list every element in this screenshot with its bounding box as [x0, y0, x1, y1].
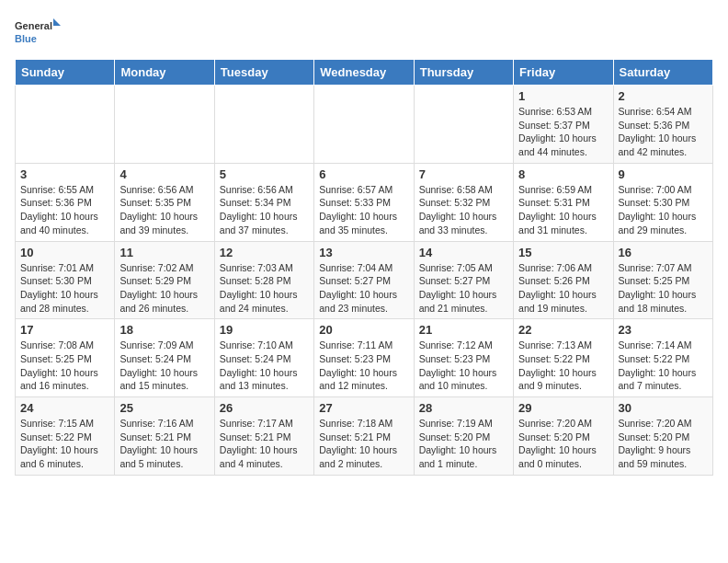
- sunrise-text: Sunrise: 6:57 AM: [319, 183, 408, 197]
- daylight-hours: Daylight: 10 hours and 23 minutes.: [319, 288, 408, 315]
- calendar-cell: 28Sunrise: 7:19 AMSunset: 5:20 PMDayligh…: [414, 397, 513, 476]
- column-header-tuesday: Tuesday: [214, 60, 313, 86]
- sunset-text: Sunset: 5:34 PM: [220, 196, 309, 210]
- day-number: 13: [319, 246, 408, 259]
- sunrise-text: Sunrise: 6:56 AM: [119, 183, 209, 197]
- svg-text:Blue: Blue: [15, 33, 37, 44]
- sunset-text: Sunset: 5:35 PM: [119, 196, 209, 210]
- day-number: 18: [119, 323, 209, 337]
- calendar-cell: 5Sunrise: 6:56 AMSunset: 5:34 PMDaylight…: [214, 163, 313, 241]
- calendar-row-4: 24Sunrise: 7:15 AMSunset: 5:22 PMDayligh…: [16, 397, 713, 476]
- sunset-text: Sunset: 5:33 PM: [319, 196, 408, 210]
- calendar-cell: 11Sunrise: 7:02 AMSunset: 5:29 PMDayligh…: [115, 241, 214, 319]
- calendar-row-1: 3Sunrise: 6:55 AMSunset: 5:36 PMDaylight…: [16, 163, 713, 241]
- calendar-cell: 15Sunrise: 7:06 AMSunset: 5:26 PMDayligh…: [514, 241, 613, 319]
- daylight-hours: Daylight: 9 hours and 59 minutes.: [619, 443, 708, 470]
- sunset-text: Sunset: 5:36 PM: [20, 196, 109, 210]
- day-number: 19: [220, 323, 309, 337]
- logo: General Blue: [15, 15, 61, 52]
- sunrise-text: Sunrise: 7:13 AM: [518, 339, 608, 352]
- day-number: 8: [518, 167, 608, 181]
- sunrise-text: Sunrise: 7:12 AM: [419, 339, 508, 352]
- calendar-cell: 6Sunrise: 6:57 AMSunset: 5:33 PMDaylight…: [314, 163, 414, 241]
- sunrise-text: Sunrise: 7:15 AM: [20, 417, 109, 431]
- calendar-cell: 14Sunrise: 7:05 AMSunset: 5:27 PMDayligh…: [414, 241, 513, 319]
- sunset-text: Sunset: 5:21 PM: [319, 431, 408, 444]
- daylight-hours: Daylight: 10 hours and 5 minutes.: [119, 443, 209, 470]
- sunset-text: Sunset: 5:37 PM: [518, 119, 608, 132]
- sunset-text: Sunset: 5:27 PM: [319, 274, 408, 288]
- sunset-text: Sunset: 5:22 PM: [518, 352, 608, 366]
- calendar-cell: 9Sunrise: 7:00 AMSunset: 5:30 PMDaylight…: [613, 163, 712, 241]
- sunrise-text: Sunrise: 7:10 AM: [220, 339, 309, 352]
- daylight-hours: Daylight: 10 hours and 16 minutes.: [20, 366, 109, 393]
- day-number: 27: [319, 401, 408, 415]
- logo-svg: General Blue: [15, 15, 61, 52]
- sunrise-text: Sunrise: 7:19 AM: [419, 417, 508, 431]
- calendar-cell: 7Sunrise: 6:58 AMSunset: 5:32 PMDaylight…: [414, 163, 513, 241]
- daylight-hours: Daylight: 10 hours and 26 minutes.: [119, 288, 209, 315]
- sunset-text: Sunset: 5:25 PM: [619, 274, 708, 288]
- day-number: 17: [20, 323, 109, 337]
- sunrise-text: Sunrise: 7:00 AM: [619, 183, 708, 197]
- sunset-text: Sunset: 5:29 PM: [119, 274, 209, 288]
- daylight-hours: Daylight: 10 hours and 6 minutes.: [20, 443, 109, 470]
- daylight-hours: Daylight: 10 hours and 31 minutes.: [518, 210, 608, 236]
- sunrise-text: Sunrise: 7:03 AM: [220, 261, 309, 275]
- sunrise-text: Sunrise: 7:09 AM: [119, 339, 209, 352]
- sunset-text: Sunset: 5:28 PM: [220, 274, 309, 288]
- day-number: 11: [119, 246, 209, 259]
- day-number: 25: [119, 401, 209, 415]
- sunset-text: Sunset: 5:30 PM: [20, 274, 109, 288]
- day-number: 4: [119, 167, 209, 181]
- sunset-text: Sunset: 5:22 PM: [619, 352, 708, 366]
- calendar-table: SundayMondayTuesdayWednesdayThursdayFrid…: [15, 59, 713, 476]
- calendar-cell: 2Sunrise: 6:54 AMSunset: 5:36 PMDaylight…: [613, 86, 712, 164]
- sunset-text: Sunset: 5:20 PM: [518, 431, 608, 444]
- calendar-cell: 12Sunrise: 7:03 AMSunset: 5:28 PMDayligh…: [214, 241, 313, 319]
- sunrise-text: Sunrise: 7:16 AM: [119, 417, 209, 431]
- calendar-row-2: 10Sunrise: 7:01 AMSunset: 5:30 PMDayligh…: [16, 241, 713, 319]
- day-number: 21: [419, 323, 508, 337]
- sunrise-text: Sunrise: 7:02 AM: [119, 261, 209, 275]
- calendar-cell: [115, 86, 214, 164]
- calendar-cell: 19Sunrise: 7:10 AMSunset: 5:24 PMDayligh…: [214, 319, 313, 397]
- sunset-text: Sunset: 5:24 PM: [119, 352, 209, 366]
- daylight-hours: Daylight: 10 hours and 10 minutes.: [419, 366, 508, 393]
- daylight-hours: Daylight: 10 hours and 24 minutes.: [220, 288, 309, 315]
- day-number: 15: [518, 246, 608, 259]
- calendar-cell: 16Sunrise: 7:07 AMSunset: 5:25 PMDayligh…: [613, 241, 712, 319]
- calendar-cell: 20Sunrise: 7:11 AMSunset: 5:23 PMDayligh…: [314, 319, 414, 397]
- daylight-hours: Daylight: 10 hours and 0 minutes.: [518, 443, 608, 470]
- calendar-cell: 25Sunrise: 7:16 AMSunset: 5:21 PMDayligh…: [115, 397, 214, 476]
- sunrise-text: Sunrise: 7:04 AM: [319, 261, 408, 275]
- calendar-cell: [214, 86, 313, 164]
- daylight-hours: Daylight: 10 hours and 39 minutes.: [119, 210, 209, 236]
- header: General Blue: [15, 15, 713, 52]
- column-header-thursday: Thursday: [414, 60, 513, 86]
- daylight-hours: Daylight: 10 hours and 15 minutes.: [119, 366, 209, 393]
- daylight-hours: Daylight: 10 hours and 44 minutes.: [518, 132, 608, 158]
- sunset-text: Sunset: 5:31 PM: [518, 196, 608, 210]
- calendar-row-0: 1Sunrise: 6:53 AMSunset: 5:37 PMDaylight…: [16, 86, 713, 164]
- day-number: 14: [419, 246, 508, 259]
- sunset-text: Sunset: 5:23 PM: [319, 352, 408, 366]
- sunset-text: Sunset: 5:20 PM: [619, 431, 708, 444]
- daylight-hours: Daylight: 10 hours and 18 minutes.: [619, 288, 708, 315]
- calendar-header-row: SundayMondayTuesdayWednesdayThursdayFrid…: [16, 60, 713, 86]
- daylight-hours: Daylight: 10 hours and 9 minutes.: [518, 366, 608, 393]
- day-number: 10: [20, 246, 109, 259]
- daylight-hours: Daylight: 10 hours and 4 minutes.: [220, 443, 309, 470]
- sunrise-text: Sunrise: 6:58 AM: [419, 183, 508, 197]
- daylight-hours: Daylight: 10 hours and 21 minutes.: [419, 288, 508, 315]
- calendar-cell: 27Sunrise: 7:18 AMSunset: 5:21 PMDayligh…: [314, 397, 414, 476]
- day-number: 1: [518, 89, 608, 103]
- calendar-cell: 22Sunrise: 7:13 AMSunset: 5:22 PMDayligh…: [514, 319, 613, 397]
- sunrise-text: Sunrise: 7:05 AM: [419, 261, 508, 275]
- column-header-sunday: Sunday: [16, 60, 115, 86]
- daylight-hours: Daylight: 10 hours and 42 minutes.: [619, 132, 708, 158]
- daylight-hours: Daylight: 10 hours and 2 minutes.: [319, 443, 408, 470]
- calendar-cell: 26Sunrise: 7:17 AMSunset: 5:21 PMDayligh…: [214, 397, 313, 476]
- daylight-hours: Daylight: 10 hours and 35 minutes.: [319, 210, 408, 236]
- svg-marker-1: [53, 18, 61, 26]
